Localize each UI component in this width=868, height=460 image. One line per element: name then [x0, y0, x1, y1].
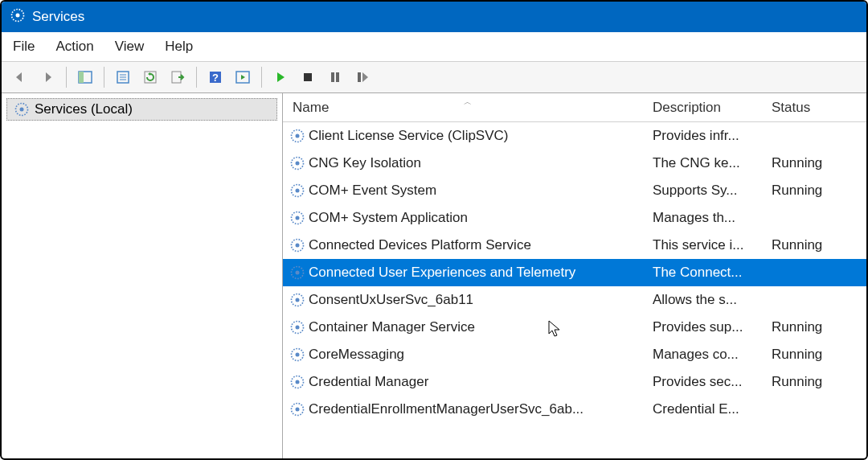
- column-header-status[interactable]: Status: [772, 100, 866, 116]
- svg-rect-3: [79, 72, 84, 83]
- restart-button[interactable]: [350, 65, 375, 89]
- export-button[interactable]: [166, 65, 190, 89]
- service-icon: [289, 183, 305, 199]
- service-description: Provides sup...: [653, 319, 772, 335]
- svg-point-22: [296, 162, 300, 166]
- service-rows: Client License Service (ClipSVC)Provides…: [283, 122, 866, 423]
- service-description: The Connect...: [653, 265, 772, 281]
- service-description: Supports Sy...: [653, 183, 772, 199]
- svg-point-20: [296, 134, 300, 138]
- show-hide-tree-button[interactable]: [73, 65, 97, 89]
- service-name: CoreMessaging: [309, 347, 404, 363]
- service-description: The CNG ke...: [653, 155, 772, 171]
- service-description: This service i...: [653, 237, 772, 253]
- column-header-name[interactable]: ︿ Name: [283, 100, 653, 116]
- service-description: Provides infr...: [653, 128, 772, 144]
- service-name: COM+ Event System: [309, 183, 436, 199]
- tree-pane[interactable]: Services (Local): [2, 93, 283, 458]
- service-row[interactable]: Connected Devices Platform ServiceThis s…: [283, 232, 866, 259]
- service-row[interactable]: Connected User Experiences and Telemetry…: [283, 259, 866, 286]
- svg-text:?: ?: [212, 72, 219, 84]
- service-status: Running: [772, 347, 866, 363]
- service-row[interactable]: COM+ Event SystemSupports Sy...Running: [283, 177, 866, 204]
- svg-point-36: [296, 353, 300, 357]
- column-header-description[interactable]: Description: [653, 100, 772, 116]
- service-row[interactable]: CNG Key IsolationThe CNG ke...Running: [283, 150, 866, 177]
- svg-rect-13: [304, 73, 312, 81]
- toolbar-separator: [104, 67, 104, 88]
- menu-file[interactable]: File: [13, 39, 35, 55]
- svg-point-28: [296, 244, 300, 248]
- list-pane: ︿ Name Description Status Client License…: [283, 93, 866, 458]
- sort-indicator-icon: ︿: [464, 97, 472, 108]
- svg-point-30: [296, 271, 300, 275]
- toolbar: ?: [2, 61, 866, 93]
- service-status: Running: [772, 237, 866, 253]
- column-headers: ︿ Name Description Status: [283, 93, 866, 122]
- service-icon: [289, 374, 305, 390]
- refresh-button[interactable]: [138, 65, 162, 89]
- toolbar-separator: [66, 67, 67, 88]
- service-row[interactable]: COM+ System ApplicationManages th...: [283, 204, 866, 232]
- service-icon: [289, 292, 305, 308]
- service-row[interactable]: Credential ManagerProvides sec...Running: [283, 368, 866, 396]
- service-row[interactable]: Client License Service (ClipSVC)Provides…: [283, 122, 866, 150]
- service-row[interactable]: Container Manager ServiceProvides sup...…: [283, 314, 866, 341]
- service-icon: [289, 265, 305, 281]
- service-icon: [289, 319, 305, 335]
- service-icon: [289, 401, 305, 417]
- service-name: Container Manager Service: [309, 319, 475, 335]
- stop-button[interactable]: [296, 65, 320, 89]
- toolbar-separator: [196, 67, 197, 88]
- forward-button[interactable]: [35, 65, 59, 89]
- services-icon: [10, 7, 26, 27]
- help-button[interactable]: ?: [203, 65, 227, 89]
- svg-point-26: [296, 216, 300, 220]
- back-button[interactable]: [8, 65, 32, 89]
- service-name: ConsentUxUserSvc_6ab11: [309, 292, 473, 308]
- service-name: COM+ System Application: [309, 210, 468, 226]
- service-row[interactable]: CoreMessagingManages co...Running: [283, 341, 866, 368]
- service-description: Credential E...: [653, 401, 772, 417]
- svg-point-1: [16, 13, 20, 17]
- service-status: Running: [772, 155, 866, 171]
- svg-rect-16: [358, 72, 361, 82]
- svg-point-32: [296, 298, 300, 302]
- show-hide-action-button[interactable]: [231, 65, 255, 89]
- service-row[interactable]: CredentialEnrollmentManagerUserSvc_6ab..…: [283, 396, 866, 423]
- service-status: Running: [772, 183, 866, 199]
- service-description: Provides sec...: [653, 374, 772, 390]
- service-name: CNG Key Isolation: [309, 155, 421, 171]
- service-status: Running: [772, 374, 866, 390]
- service-description: Manages th...: [653, 210, 772, 226]
- service-icon: [289, 210, 305, 226]
- toolbar-separator: [261, 67, 262, 88]
- gear-icon: [14, 101, 30, 117]
- tree-item-services-local[interactable]: Services (Local): [6, 98, 277, 121]
- service-icon: [289, 237, 305, 253]
- svg-point-38: [296, 380, 300, 384]
- window-title: Services: [32, 9, 84, 25]
- service-description: Allows the s...: [653, 292, 772, 308]
- menu-view[interactable]: View: [115, 39, 145, 55]
- service-name: CredentialEnrollmentManagerUserSvc_6ab..…: [309, 401, 583, 417]
- titlebar: Services: [2, 2, 866, 32]
- service-icon: [289, 347, 305, 363]
- svg-point-34: [296, 326, 300, 330]
- menu-action[interactable]: Action: [55, 39, 93, 55]
- service-description: Manages co...: [653, 347, 772, 363]
- svg-point-40: [296, 408, 300, 412]
- service-name: Client License Service (ClipSVC): [309, 128, 508, 144]
- service-icon: [289, 155, 305, 171]
- start-button[interactable]: [268, 65, 293, 89]
- svg-point-18: [20, 108, 24, 112]
- pause-button[interactable]: [323, 65, 347, 89]
- service-icon: [289, 128, 305, 144]
- menubar: File Action View Help: [2, 32, 866, 61]
- svg-rect-15: [336, 72, 339, 82]
- service-name: Credential Manager: [309, 374, 428, 390]
- service-row[interactable]: ConsentUxUserSvc_6ab11Allows the s...: [283, 286, 866, 314]
- menu-help[interactable]: Help: [165, 39, 193, 55]
- service-name: Connected Devices Platform Service: [309, 237, 531, 253]
- properties-button[interactable]: [111, 65, 135, 89]
